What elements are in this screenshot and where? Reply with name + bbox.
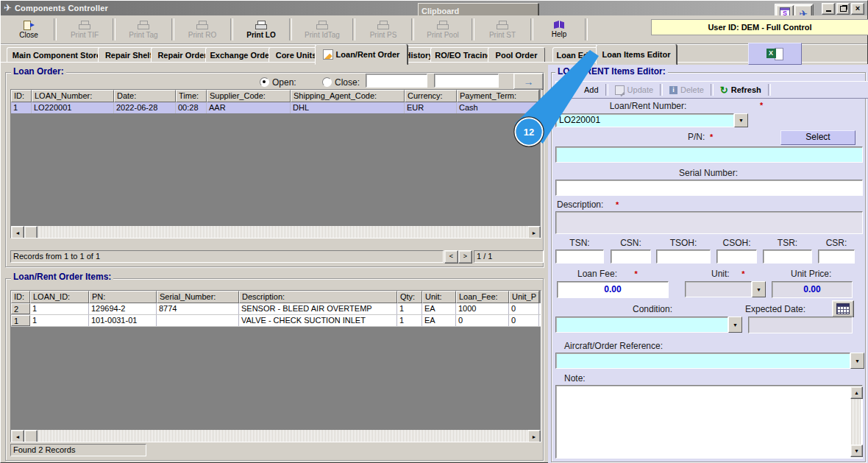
scroll-left-icon[interactable]: ◄	[11, 430, 24, 442]
tsn-label: TSN:	[555, 238, 604, 248]
tab-ro-eo-tracing[interactable]: RO/EO Tracing	[430, 47, 497, 63]
pager-prev-button[interactable]: <	[444, 250, 458, 264]
print-tif-button[interactable]: Print TIF	[58, 17, 111, 42]
go-arrow-icon: →	[524, 76, 534, 88]
tsn-input[interactable]	[555, 250, 604, 264]
print-pool-button[interactable]: Print Pool	[416, 17, 470, 42]
loan-order-table[interactable]: ID:LOAN_Number:Date:Time:Supplier_Code:S…	[10, 89, 541, 238]
scroll-left-icon[interactable]: ◄	[11, 226, 24, 238]
table-cell: SENSOR - BLEED AIR OVERTEMP	[239, 303, 397, 314]
minimize-button[interactable]	[822, 3, 835, 15]
table-row[interactable]: 1LO2200012022-06-2800:28AARDHLEURCash	[11, 102, 541, 113]
loan-rent-number-combo[interactable]: LO220001 ▼	[555, 113, 748, 127]
tab-main-component-store[interactable]: Main Component Store	[7, 47, 107, 63]
note-textarea[interactable]: ▲ ▼	[555, 385, 863, 459]
print-ro-button[interactable]: Print RO	[176, 17, 229, 42]
pn-select-button[interactable]: Select	[780, 130, 855, 145]
close-button[interactable]: Close	[5, 17, 52, 42]
go-search-button[interactable]: →	[513, 73, 544, 90]
loan-hscroll-thumb[interactable]	[24, 226, 38, 238]
radio-open[interactable]: Open:	[260, 75, 296, 88]
column-header: PN:	[89, 291, 157, 303]
radio-close[interactable]: Close:	[322, 75, 360, 88]
csn-input[interactable]	[611, 250, 651, 264]
chevron-down-icon[interactable]: ▼	[752, 281, 766, 297]
restore-button[interactable]	[836, 3, 850, 15]
tsoh-input[interactable]	[656, 250, 711, 264]
print-idtag-button[interactable]: Print IdTag	[294, 17, 351, 42]
items-hscroll-thumb[interactable]	[24, 430, 38, 442]
table-cell: 1	[11, 102, 32, 113]
condition-value	[555, 317, 728, 333]
loan-table-hscrollbar[interactable]: ◄ ►	[11, 226, 541, 238]
unit-price-input[interactable]: 0.00	[772, 281, 853, 298]
scroll-down-icon[interactable]: ▼	[850, 445, 863, 457]
help-button[interactable]: Help	[535, 17, 583, 42]
serial-number-input[interactable]	[555, 180, 863, 196]
loan-rent-number-required: *	[760, 101, 763, 110]
tab-label: Repair Order	[157, 51, 207, 60]
toolbar-separator	[352, 18, 355, 40]
loan-items-table[interactable]: ID:LOAN_ID:PN:Serial_Number:Description:…	[10, 290, 541, 442]
scroll-right-icon[interactable]: ►	[527, 226, 541, 238]
tab-loan-items-editor[interactable]: Loan Items Editor	[596, 44, 677, 65]
condition-combo[interactable]: ▼	[555, 317, 742, 333]
loan-filter-input-2[interactable]	[434, 74, 499, 88]
chevron-down-icon[interactable]: ▼	[734, 113, 748, 127]
items-editor-panel: LOAN/RENT Items Editor: AddUpdateiDelete…	[548, 64, 868, 463]
expected-date-input[interactable]	[748, 317, 853, 333]
radio-close-circle	[322, 77, 332, 87]
add-button[interactable]: Add	[580, 83, 603, 96]
tab-exchange-order[interactable]: Exchange Order	[205, 47, 277, 63]
items-table-hscrollbar[interactable]: ◄ ►	[11, 430, 541, 442]
editor-toolbar-label: Add	[584, 85, 599, 94]
refresh-button[interactable]: ↻Refresh	[716, 83, 766, 96]
table-cell	[157, 315, 239, 326]
table-row[interactable]: 11101-0031-01VALVE - CHECK SUCTION INLET…	[11, 315, 541, 327]
table-cell: DHL	[291, 102, 405, 113]
unit-combo[interactable]: ▼	[685, 281, 766, 297]
scroll-right-icon[interactable]: ►	[527, 430, 541, 442]
tab-pool-order[interactable]: Pool Order	[488, 47, 545, 63]
close-window-button[interactable]: ×	[851, 3, 864, 15]
aircraft-ref-combo[interactable]: ▼	[555, 353, 864, 369]
table-cell: EA	[422, 315, 456, 326]
toolbar-button-label: Print RO	[188, 31, 216, 39]
loan-filter-input-1[interactable]	[366, 74, 427, 88]
column-header: Loan_Fee:	[456, 291, 509, 303]
pn-input[interactable]	[555, 146, 863, 163]
csr-input[interactable]	[818, 250, 855, 264]
table-row[interactable]: 21129694-28774SENSOR - BLEED AIR OVERTEM…	[11, 303, 541, 315]
calendar-button[interactable]	[832, 300, 854, 317]
print-ps-button[interactable]: Print PS	[357, 17, 410, 42]
print-st-button[interactable]: Print ST	[476, 17, 529, 42]
tab-label: Repair Shelf	[105, 51, 152, 60]
note-vscrollbar[interactable]: ▲ ▼	[850, 386, 861, 457]
pager-next-button[interactable]: >	[458, 250, 472, 264]
print-tag-button[interactable]: Print Tag	[117, 17, 170, 42]
table-cell: AAR	[207, 102, 291, 113]
editor-toolbar: AddUpdateiDelete↻Refresh	[555, 81, 868, 99]
toolbar-button-label: Print ST	[489, 31, 516, 39]
column-header: ID:	[11, 90, 32, 102]
chevron-down-icon[interactable]: ▼	[850, 353, 864, 369]
editor-toolbar-label: Delete	[680, 85, 704, 94]
tab-label: Pool Order	[496, 51, 538, 60]
table-cell: LO220001	[32, 102, 114, 113]
tsr-input[interactable]	[763, 250, 812, 264]
scroll-up-icon[interactable]: ▲	[850, 386, 863, 399]
tab-label: Loan Editor	[556, 51, 601, 60]
radio-close-label: Close:	[335, 77, 360, 88]
loan-fee-input[interactable]: 0.00	[557, 281, 669, 298]
description-input[interactable]	[555, 211, 863, 234]
toolbar-separator	[411, 18, 414, 40]
editor-toolbar-separator	[660, 84, 663, 96]
excel-export-button[interactable]: X	[748, 43, 802, 65]
tab-loan-rent-order[interactable]: Loan/Rent Order	[315, 44, 408, 65]
chevron-down-icon[interactable]: ▼	[728, 317, 742, 333]
csoh-input[interactable]	[716, 250, 757, 264]
table-cell: 2022-06-28	[114, 102, 176, 113]
loan-rent-number-value: LO220001	[555, 113, 734, 127]
print-lo-button[interactable]: Print LO	[235, 17, 288, 42]
column-header: Payment_Term:	[457, 90, 539, 102]
